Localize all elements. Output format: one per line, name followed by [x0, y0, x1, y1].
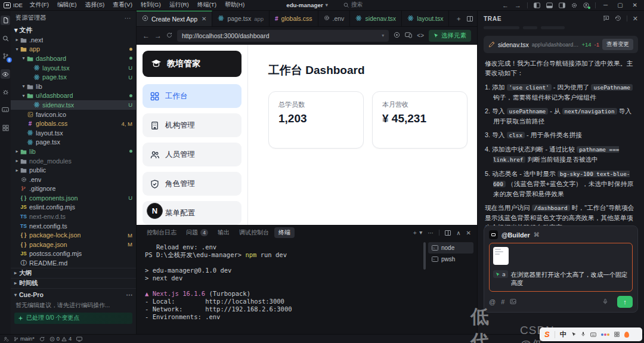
new-tab-icon[interactable]: ＋ [455, 14, 462, 23]
terminal-session[interactable]: >pwsh [428, 254, 473, 265]
ime-mode-toggle[interactable]: 中 [560, 330, 566, 339]
attached-image-thumbnail[interactable] [493, 247, 509, 265]
view-changes-button[interactable]: 查看变更 [602, 39, 633, 50]
global-search[interactable]: 搜索 [343, 1, 363, 9]
toggle-left-panel-icon[interactable] [534, 2, 540, 8]
timeline-section[interactable]: ▸ 时间线 [11, 278, 136, 288]
panel-tab[interactable]: 问题4 [182, 227, 212, 238]
editor-tab[interactable]: sidenav.tsx [350, 11, 402, 26]
window-close-button[interactable]: ✕ [631, 2, 639, 8]
tree-item[interactable]: ▸lib [11, 147, 136, 156]
editor-tab[interactable]: #globals.css [270, 11, 318, 26]
ime-skin-icon[interactable] [601, 333, 609, 336]
tree-item[interactable]: page.tsx [11, 138, 136, 147]
url-input[interactable]: http://localhost:3000/dashboard ▾ [177, 30, 389, 42]
ime-toolbox-icon[interactable] [614, 331, 620, 338]
history-icon[interactable] [615, 15, 621, 23]
tree-item[interactable]: TSnext.config.ts [11, 221, 136, 231]
element-reference-chip[interactable]: a [493, 270, 508, 278]
menu-item[interactable]: 转到(G) [137, 0, 165, 10]
tree-item[interactable]: ▾dashboard [11, 54, 136, 63]
tree-item[interactable]: { }package.jsonM [11, 240, 136, 249]
nav-back-icon[interactable]: ← [502, 2, 509, 9]
tree-item[interactable]: ▸node_modules [11, 156, 136, 166]
preview-nav-item[interactable]: 人员管理 [143, 143, 242, 166]
menu-item[interactable]: 终端(T) [194, 0, 220, 10]
preview-nav-item[interactable]: 角色管理 [143, 172, 242, 196]
sync-status-icon[interactable] [39, 336, 45, 342]
activity-extensions-grid-icon[interactable] [1, 123, 10, 132]
cue-pro-header[interactable]: ▾ Cue-Pro ⋯ [14, 291, 132, 299]
select-element-button[interactable]: 选择元素 [429, 30, 471, 42]
tree-item[interactable]: .gitignore [11, 184, 136, 194]
editor-tab[interactable]: layout.tsx [402, 11, 449, 26]
settings-gear-icon[interactable] [571, 2, 577, 8]
problems-status[interactable]: 0 4 [49, 336, 72, 342]
ime-toolbar[interactable]: S 中 [540, 327, 642, 341]
explorer-more-icon[interactable]: ⋯ [125, 14, 131, 21]
tree-item[interactable]: sidenav.tsxU [11, 100, 136, 110]
cue-pro-more-icon[interactable]: ⋯ [126, 291, 133, 298]
tree-item[interactable]: ⓘREADME.md [11, 258, 136, 268]
menu-item[interactable]: 选择(S) [82, 0, 109, 10]
terminal-scrollbar[interactable] [423, 242, 426, 270]
activity-search-icon[interactable] [1, 33, 10, 43]
preview-nav-item[interactable]: 工作台 [143, 84, 242, 108]
panel-tab[interactable]: 终端 [274, 227, 295, 238]
ime-logo[interactable]: S [544, 330, 550, 339]
panel-tab[interactable]: 控制台日志 [143, 227, 181, 238]
panel-close-icon[interactable]: ✕ [466, 230, 471, 236]
account-icon[interactable] [583, 2, 589, 8]
send-button[interactable]: ↑ [617, 296, 633, 308]
mention-icon[interactable]: @ [489, 298, 496, 305]
menu-item[interactable]: 查看(V) [109, 0, 136, 10]
tree-item[interactable]: ▸public [11, 165, 136, 175]
toggle-right-panel-icon[interactable] [559, 2, 565, 8]
preview-nav-item[interactable]: 机构管理 [143, 113, 242, 137]
explorer-root-folder[interactable]: ▾ 文件 [11, 25, 136, 35]
activity-source-control-icon[interactable]: 8 [1, 51, 10, 61]
ime-keyboard-icon[interactable] [590, 331, 596, 338]
menu-item[interactable]: 编辑(E) [54, 0, 80, 10]
tree-item[interactable]: #globals.css4, M [11, 119, 136, 128]
panel-tab[interactable]: 调试控制台 [235, 227, 273, 238]
browser-forward-icon[interactable]: → [154, 32, 162, 40]
tree-item[interactable]: ▾lib [11, 82, 136, 91]
toggle-bottom-panel-icon[interactable] [546, 2, 553, 8]
voice-input-icon[interactable] [602, 298, 608, 306]
window-minimize-button[interactable]: ─ [602, 2, 609, 8]
ime-cursor-icon[interactable] [571, 331, 576, 338]
tree-item[interactable]: favicon.ico [11, 110, 136, 119]
activity-debug-icon[interactable] [1, 87, 10, 97]
nextjs-dev-badge[interactable]: N [147, 203, 163, 219]
tree-item[interactable]: ▾app [11, 45, 136, 54]
editor-tab[interactable]: .env [318, 11, 351, 26]
nav-forward-icon[interactable]: → [515, 2, 521, 9]
menu-item[interactable]: 运行(R) [166, 0, 193, 10]
terminal-session[interactable]: >node [428, 242, 473, 254]
ime-mic-icon[interactable] [581, 331, 586, 338]
record-icon[interactable] [394, 32, 400, 39]
split-terminal-icon[interactable] [445, 230, 451, 236]
terminal-more-icon[interactable]: ⋯ [428, 230, 434, 236]
tree-item[interactable]: JSpostcss.config.mjs [11, 249, 136, 259]
new-terminal-icon[interactable]: ＋ ▾ [411, 228, 422, 237]
device-toggle-icon[interactable] [405, 32, 412, 39]
browser-reload-icon[interactable] [166, 32, 172, 40]
close-panel-icon[interactable]: ✕ [633, 15, 638, 23]
tree-item[interactable]: ▸.next [11, 35, 136, 45]
tree-item[interactable]: TSnext-env.d.ts [11, 212, 136, 221]
close-tab-icon[interactable]: ✕ [202, 16, 206, 22]
new-chat-icon[interactable] [603, 15, 609, 23]
panel-tab[interactable]: 输出 [213, 227, 234, 238]
tree-item[interactable]: ▾ui\dashboard [11, 91, 136, 101]
outline-section[interactable]: ▸ 大纲 [11, 268, 136, 278]
menu-item[interactable]: 帮助(H) [221, 0, 248, 10]
tree-item[interactable]: layout.tsx [11, 128, 136, 138]
tree-item[interactable]: layout.tsxU [11, 63, 136, 73]
remote-status-icon[interactable] [4, 336, 9, 342]
window-maximize-button[interactable]: ▢ [615, 2, 624, 8]
agent-selector[interactable]: @Builder [501, 231, 530, 239]
project-switcher[interactable]: edu-manager ▾ [286, 2, 328, 8]
editor-tab[interactable]: Create Next App✕ [137, 11, 212, 26]
